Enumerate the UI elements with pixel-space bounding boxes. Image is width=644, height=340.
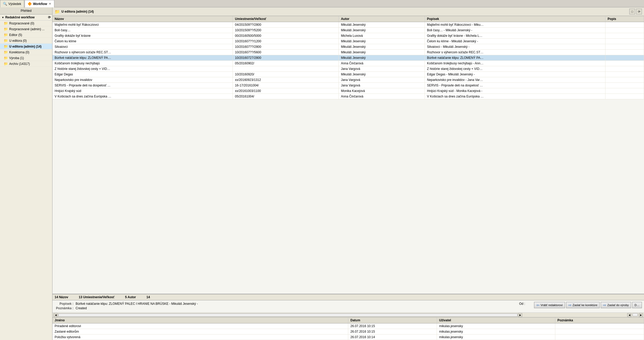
history-cell-datum: 26.07.2016 10:14: [348, 334, 437, 340]
sidebar-section: ▼ Redakčné workflow ⟳: [0, 14, 52, 20]
horizontal-scrollbar[interactable]: ◀ ▶ ◀ ▶: [52, 312, 644, 317]
sidebar-section-label: Redakčné workflow: [5, 16, 35, 19]
history-table: Jméno Datum Uživatel Poznámka Priradené …: [52, 317, 644, 340]
cell-popisek: Čelom ku klíme - Mikuláš Jesenský -: [425, 39, 605, 44]
tab-bar: 🔍 Výsledek 🔶 Workflow ✕: [0, 0, 644, 7]
sidebar-item-rozpracovane[interactable]: 📁 Rozpracované (0): [0, 20, 52, 26]
cell-nazov: Čelom ku klíme: [52, 39, 233, 44]
history-row[interactable]: Položka vytvorená 26.07.2016 10:14 mikul…: [52, 334, 644, 340]
content-header-actions: □ ⟳: [629, 9, 642, 14]
history-cell-jmeno: Priradené editorovi: [52, 323, 348, 329]
sidebar-item-label: Korektorna (0): [9, 50, 29, 54]
cell-popis: [605, 28, 644, 33]
table-row[interactable]: SERVIS - Pripravte deti na dospelosť … 1…: [52, 83, 644, 88]
cell-popisek: Edgar Degas - Mikuláš Jesenský -: [425, 72, 605, 77]
cell-popis: [605, 72, 644, 77]
tab-workflow[interactable]: 🔶 Workflow ✕: [25, 0, 55, 7]
vratit-redaktorovi-button[interactable]: ⇦ Vrátiť redaktorovi: [534, 302, 565, 308]
sidebar-item-label: U editora (0): [9, 39, 27, 43]
scroll-right-arrow-2[interactable]: ▶: [639, 313, 643, 317]
sidebar-item-korektorna[interactable]: 📁 Korektorna (0): [0, 49, 52, 55]
table-row[interactable]: Košičanom trolejbusy nechýbajú 05/201609…: [52, 61, 644, 66]
sidebar-prehled[interactable]: Přehled: [0, 7, 52, 14]
zaslat-vyroby-button[interactable]: ⇨ Zaslať do výroby: [601, 302, 631, 308]
history-cell-poznamka: [555, 329, 644, 334]
zaslat-korekturu-button[interactable]: ⇨ Zaslať ke korektúre: [566, 302, 600, 308]
articles-table: Názov Umiestnenie/Veľkosť Autor Popisek …: [52, 16, 644, 99]
history-cell-uzivatel: mikulas.jesensky: [437, 334, 555, 340]
articles-table-container[interactable]: Názov Umiestnenie/Veľkosť Autor Popisek …: [52, 16, 644, 294]
section-refresh-icon[interactable]: ⟳: [48, 16, 51, 19]
cell-umiestnenie: 05/20160902/: [233, 61, 339, 66]
sidebar-item-vyroba[interactable]: 📁 Výroba (1): [0, 55, 52, 61]
folder-icon: 📁: [4, 50, 8, 54]
d-button[interactable]: D…: [632, 302, 642, 308]
table-row[interactable]: Silvaiovci 10/201607??/2800 Mikuláš Jese…: [52, 44, 644, 50]
sidebar-item-rozpracovane-admin[interactable]: 📁 Rozpracované (admin) ...: [0, 26, 52, 32]
cell-nazov: Neparkovisko pre invalidov: [52, 77, 233, 83]
chevron-down-icon: ▼: [2, 16, 4, 19]
history-cell-uzivatel: mikulas.jesensky: [437, 323, 555, 329]
tab-workflow-close[interactable]: ✕: [48, 2, 51, 6]
history-row[interactable]: Zaslané editorům 26.07.2016 10:15 mikula…: [52, 329, 644, 334]
action-buttons-row: ⇦ Vrátiť redaktorovi ⇨ Zaslať ke korektú…: [534, 302, 642, 308]
cell-nazov: Majiteľmi mohli byť Rákocziovci: [52, 22, 233, 28]
cell-autor: Anna Činčarová: [339, 61, 425, 66]
cell-popis: [605, 77, 644, 83]
table-row[interactable]: Hnijúci Krajský súd xx/20161003/1100 Mon…: [52, 88, 644, 94]
col-umiestnenie: Umiestnenie/Veľkosť: [233, 16, 339, 22]
table-row[interactable]: Neparkovisko pre invalidov xx/20160923/1…: [52, 77, 644, 83]
sidebar-item-archiv[interactable]: 📁 Archív (14317): [0, 61, 52, 67]
history-cell-poznamka: [555, 323, 644, 329]
table-row[interactable]: Edgar Degas 10/20160920/ Mikuláš Jesensk…: [52, 72, 644, 77]
table-row[interactable]: Čelom ku klíme 10/201607??/1200 Mikuláš …: [52, 39, 644, 44]
cell-popis: [605, 61, 644, 66]
history-row[interactable]: Priradené editorovi 26.07.2016 10:15 mik…: [52, 323, 644, 329]
content-area: 📁 U editora (admin) (14) □ ⟳ Názov Umies…: [52, 7, 644, 340]
history-cell-datum: 26.07.2016 10:15: [348, 323, 437, 329]
sidebar-item-u-editora-admin[interactable]: 📁 U editora (admin) (14): [0, 44, 52, 49]
col-popis: Popis: [605, 16, 644, 22]
cell-popis: [605, 39, 644, 44]
table-row[interactable]: Búrlivé natáčanie klipu: ZLOMENÝ PA… 10/…: [52, 55, 644, 61]
cell-nazov: Búrlivé natáčanie klipu: ZLOMENÝ PA…: [52, 55, 233, 61]
tab-vysledek[interactable]: 🔍 Výsledek: [0, 0, 24, 7]
maximize-button[interactable]: □: [629, 9, 635, 14]
scrollbar-track[interactable]: [58, 313, 518, 317]
refresh-button[interactable]: ⟳: [636, 9, 642, 14]
table-row[interactable]: Z histórie starej židovskej cesty + VID……: [52, 66, 644, 72]
history-cell-uzivatel: mikulas.jesensky: [437, 329, 555, 334]
content-header-title: U editora (admin) (14): [61, 10, 94, 13]
scroll-right-arrow[interactable]: ▶: [518, 313, 522, 317]
cell-autor: Mikuláš Jesenský: [339, 44, 425, 50]
table-row[interactable]: Rozhovor s výhercom súťaže REC.ST… 10/20…: [52, 50, 644, 55]
scroll-left-arrow-2[interactable]: ◀: [627, 313, 631, 317]
content-header-left: 📁 U editora (admin) (14): [55, 9, 94, 14]
arrow-right-icon-2: ⇨: [603, 303, 606, 307]
scroll-left-arrow[interactable]: ◀: [54, 313, 58, 317]
scrollbar-track-2[interactable]: [632, 313, 638, 316]
sidebar-item-editor[interactable]: 📁 Editor (5): [0, 32, 52, 38]
cell-nazov: V Košiciach sa dnes začína Európska …: [52, 94, 233, 99]
table-row[interactable]: Majiteľmi mohli byť Rákocziovci 04/20150…: [52, 22, 644, 28]
cell-umiestnenie: 10/20160727/2800: [233, 55, 339, 61]
cell-autor: Mikuláš Jesenský: [339, 39, 425, 44]
footer-nazov-count: 14 Názov: [55, 295, 68, 299]
table-row[interactable]: Grafity dokáže byť krásne 00/20160500/50…: [52, 33, 644, 39]
search-icon: 🔍: [3, 2, 7, 6]
folder-large-icon: 📁: [55, 9, 60, 14]
table-row[interactable]: Boli časy.... 10/201509??/5200 Mikuláš J…: [52, 28, 644, 33]
history-col-uzivatel: Uživatel: [437, 317, 555, 323]
cell-nazov: Z histórie starej židovskej cesty + VID…: [52, 66, 233, 72]
folder-icon: 📁: [4, 44, 8, 48]
cell-umiestnenie: 10/201607??/2800: [233, 44, 339, 50]
table-row[interactable]: V Košiciach sa dnes začína Európska … 05…: [52, 94, 644, 99]
history-section: Jméno Datum Uživatel Poznámka Priradené …: [52, 317, 644, 340]
cell-popis: [605, 55, 644, 61]
cell-umiestnenie: 00/20160500/5000: [233, 33, 339, 39]
sidebar-item-u-editora[interactable]: 📁 U editora (0): [0, 38, 52, 44]
cell-popisek: V Košiciach sa dnes začína Európska …: [425, 94, 605, 99]
folder-icon: 📁: [4, 62, 8, 66]
table-footer: 14 Názov 13 Umiestnenie/Veľkosť 5 Autor …: [52, 294, 644, 300]
cell-popisek: Silvaiovci - Mikuláš Jesenský -: [425, 44, 605, 50]
